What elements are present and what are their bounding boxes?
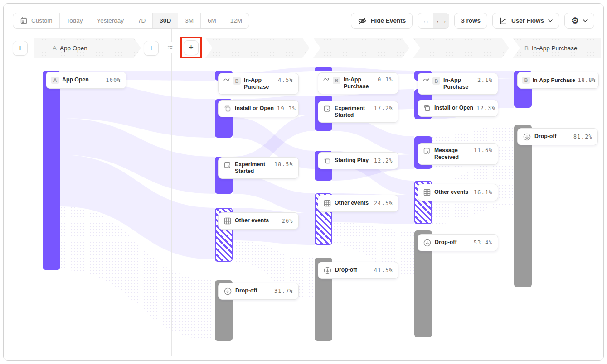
node-card-inapp-purchase[interactable]: B In-App Purchase 2.1% (418, 73, 498, 95)
node-card-drop-off[interactable]: Drop-off 53.4% (418, 234, 498, 251)
node-bar-inapp-purchase[interactable] (315, 67, 332, 71)
arrow-down-circle-icon (323, 266, 332, 275)
step-header-label: App Open (60, 45, 87, 52)
step-letter-badge: B (432, 77, 440, 85)
node-card-drop-off[interactable]: Drop-off 81.2% (517, 128, 598, 145)
trend-arrow-icon (223, 77, 230, 82)
step-header-segment-3 (313, 38, 409, 58)
node-card-message-received[interactable]: Message Received 11.6% (418, 143, 498, 165)
step-letter-badge: A (53, 45, 57, 52)
arrow-down-circle-icon (523, 133, 531, 141)
report-canvas: Custom Today Yesterday 7D 30D 3M 6M 12M … (3, 3, 604, 361)
step-letter-badge: B (524, 45, 529, 52)
cursor-click-icon (423, 147, 431, 155)
node-bar-drop-off[interactable] (514, 125, 532, 287)
step-header-segment-4 (413, 38, 509, 58)
arrow-down-circle-icon (223, 287, 232, 296)
trend-arrow-icon (323, 77, 330, 82)
step-header-end[interactable]: B In-App Purchase (513, 38, 601, 58)
step-header-segment-2 (205, 38, 310, 58)
node-card-experiment-started[interactable]: Experiment Started 17.2% (318, 101, 398, 123)
step-letter-badge: B (333, 77, 340, 84)
node-card-starting-play[interactable]: Starting Play 12.2% (318, 152, 398, 169)
node-card-inapp-purchase[interactable]: B In-App Purchase 18.8% (517, 72, 599, 89)
cursor-click-icon (223, 161, 232, 169)
node-bar-app-open[interactable] (43, 71, 60, 270)
step-letter-badge: B (522, 77, 530, 84)
step-letter-badge: A (51, 77, 59, 84)
add-step-left-button[interactable]: + (13, 41, 28, 56)
trend-arrow-icon (423, 77, 429, 82)
cursor-click-icon (323, 105, 331, 113)
overlap-squares-icon (323, 157, 331, 165)
node-card-app-open[interactable]: A App Open 100% (46, 72, 126, 89)
grid-icon (423, 188, 431, 196)
add-step-after-start-button[interactable]: + (144, 41, 159, 56)
node-card-other-events[interactable]: Other events 26% (218, 212, 299, 230)
node-card-drop-off[interactable]: Drop-off 41.5% (318, 262, 398, 279)
node-card-install-or-open[interactable]: Install or Open 19.3% (218, 100, 299, 117)
overlap-squares-icon (423, 104, 431, 112)
sequence-break-divider (171, 29, 172, 356)
annotation-highlight-box (180, 37, 202, 58)
step-letter-badge: B (233, 77, 241, 85)
node-card-install-or-open[interactable]: Install or Open 12.3% (418, 100, 498, 117)
node-card-experiment-started[interactable]: Experiment Started 18.5% (218, 157, 299, 179)
node-card-other-events[interactable]: Other events 24.5% (318, 195, 398, 212)
overlap-squares-icon (223, 105, 232, 113)
step-header-start[interactable]: A App Open (34, 38, 141, 58)
node-card-other-events[interactable]: Other events 16.1% (418, 184, 498, 201)
grid-icon (223, 217, 232, 225)
node-card-drop-off[interactable]: Drop-off 31.7% (218, 283, 299, 300)
sequence-break-symbol: ≈ (166, 42, 174, 53)
node-card-inapp-purchase[interactable]: B In-App Purchase 0.1% (318, 72, 398, 94)
grid-icon (323, 199, 331, 207)
arrow-down-circle-icon (423, 239, 432, 247)
node-card-inapp-purchase[interactable]: B In-App Purchase 4.5% (218, 73, 299, 95)
step-header-label: In-App Purchase (532, 45, 578, 52)
